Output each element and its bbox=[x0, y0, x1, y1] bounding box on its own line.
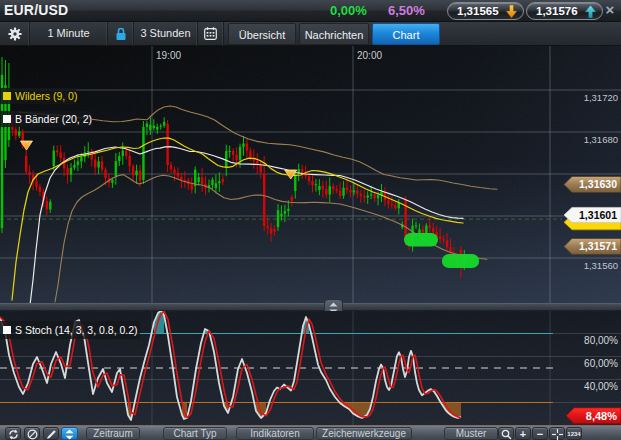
candle-body bbox=[356, 190, 358, 193]
highlight-marker bbox=[442, 254, 479, 268]
candle-body bbox=[339, 191, 341, 196]
tab-chart[interactable]: Chart bbox=[372, 23, 440, 45]
time-axis-label: 20:00 bbox=[357, 50, 382, 61]
zoom-out-button[interactable]: − bbox=[532, 427, 548, 440]
candle-body bbox=[415, 225, 417, 226]
candle-body bbox=[287, 209, 289, 211]
candle-body bbox=[363, 196, 365, 197]
candle-body bbox=[135, 171, 137, 176]
candle-body bbox=[249, 151, 251, 158]
candle-body bbox=[149, 125, 151, 130]
candle-body bbox=[166, 124, 168, 165]
settings-button[interactable] bbox=[0, 22, 30, 46]
pencil-icon bbox=[46, 429, 57, 440]
candle-body bbox=[128, 156, 130, 166]
lock-button[interactable] bbox=[108, 22, 134, 46]
scale-button[interactable] bbox=[61, 427, 78, 440]
legend-label: B Bänder (20, 2) bbox=[15, 113, 92, 125]
tab-uebersicht[interactable]: Übersicht bbox=[228, 23, 296, 45]
bid-price: 1,31565 bbox=[457, 5, 499, 17]
candle-body bbox=[118, 156, 120, 161]
price-axis-label: 1,31720 bbox=[584, 92, 618, 103]
candle-body bbox=[387, 200, 389, 204]
candle-body bbox=[66, 168, 68, 175]
interval-dropdown[interactable]: 1 Minute bbox=[30, 22, 108, 46]
candle-body bbox=[294, 174, 296, 191]
menu-zeitraum[interactable]: Zeitraum bbox=[86, 427, 140, 440]
candle-body bbox=[15, 129, 17, 135]
candle-body bbox=[46, 201, 48, 209]
menu-zeichenwerkzeuge[interactable]: Zeichenwerkzeuge bbox=[316, 427, 412, 440]
candle-body bbox=[425, 225, 427, 234]
refresh-button[interactable] bbox=[5, 427, 21, 440]
disable-drawing-button[interactable] bbox=[24, 427, 40, 440]
candle-body bbox=[263, 174, 265, 226]
candle-body bbox=[432, 228, 434, 232]
candle-body bbox=[318, 186, 320, 190]
legend-swatch bbox=[3, 115, 11, 123]
candle-body bbox=[94, 160, 96, 168]
candle-body bbox=[235, 155, 237, 160]
candle-body bbox=[160, 126, 162, 127]
candle-body bbox=[394, 205, 396, 208]
candle-body bbox=[280, 214, 282, 217]
candle-body bbox=[170, 165, 172, 170]
panel-splitter[interactable] bbox=[0, 303, 621, 311]
sell-bid-button[interactable]: 1,31565 bbox=[447, 2, 524, 20]
values-button[interactable]: 1234 bbox=[566, 427, 582, 440]
menu-chart-typ[interactable]: Chart Typ bbox=[163, 427, 227, 440]
crosshair-button[interactable] bbox=[549, 427, 565, 440]
candle-body bbox=[239, 147, 241, 160]
tab-nachrichten[interactable]: Nachrichten bbox=[299, 23, 369, 45]
calendar-button[interactable] bbox=[198, 22, 224, 46]
candle-body bbox=[201, 177, 203, 184]
candle-body bbox=[97, 161, 99, 167]
instrument-title: EUR/USD bbox=[4, 2, 68, 18]
candle-body bbox=[367, 196, 369, 198]
price-tag-label: 1,31571 bbox=[579, 240, 617, 252]
stochastic-panel[interactable]: 80,00%60,00%40,00%S Stoch (14, 3, 3, 0.8… bbox=[0, 311, 621, 425]
chart-toolbar: 1 Minute 3 Stunden Übersicht Nachrichten… bbox=[0, 22, 621, 46]
candle-body bbox=[139, 171, 141, 181]
candle-body bbox=[329, 186, 331, 194]
candle-body bbox=[35, 181, 37, 186]
close-icon[interactable]: × bbox=[602, 2, 618, 18]
time-axis-label: 19:00 bbox=[156, 50, 181, 61]
draw-button[interactable] bbox=[43, 427, 59, 440]
zoom-in-button[interactable]: + bbox=[515, 427, 531, 440]
candle-body bbox=[80, 157, 82, 161]
price-chart[interactable]: 19:0020:001,317201,316801,31560Wilders (… bbox=[0, 46, 621, 303]
candle-body bbox=[101, 161, 103, 169]
range-dropdown[interactable]: 3 Stunden bbox=[134, 22, 198, 46]
calendar-icon bbox=[204, 27, 217, 40]
candle-body bbox=[429, 225, 431, 228]
menu-indikatoren[interactable]: Indikatoren bbox=[236, 427, 314, 440]
bottom-toolbar: Zeitraum Chart Typ Indikatoren Zeichenwe… bbox=[0, 425, 621, 440]
menu-muster[interactable]: Muster bbox=[444, 427, 498, 440]
ask-price: 1,31576 bbox=[536, 5, 578, 17]
candle-body bbox=[173, 169, 175, 172]
legend-label: S Stoch (14, 3, 3, 0.8, 0.2) bbox=[15, 324, 138, 336]
price-tag-label: 1,31630 bbox=[579, 178, 617, 190]
candle-body bbox=[218, 181, 220, 183]
zoom-button[interactable] bbox=[498, 427, 514, 440]
candle-body bbox=[56, 151, 58, 153]
candle-body bbox=[446, 240, 448, 247]
legend-swatch bbox=[3, 326, 11, 334]
candle-body bbox=[104, 170, 106, 178]
candle-body bbox=[398, 203, 400, 208]
highlight-marker bbox=[404, 233, 438, 246]
candle-body bbox=[353, 190, 355, 192]
margin-percent: 6,50% bbox=[388, 3, 425, 18]
candle-body bbox=[325, 189, 327, 194]
candle-body bbox=[391, 204, 393, 205]
candle-body bbox=[53, 151, 55, 166]
price-axis-label: 1,31560 bbox=[584, 260, 618, 271]
candle-body bbox=[370, 194, 372, 195]
price-tag-label: 1,31601 bbox=[579, 209, 617, 221]
candle-body bbox=[232, 151, 234, 155]
stoch-axis-label: 60,00% bbox=[584, 358, 618, 369]
candle-body bbox=[87, 151, 89, 152]
zoom-icon bbox=[501, 429, 512, 440]
buy-ask-button[interactable]: 1,31576 bbox=[526, 2, 603, 20]
